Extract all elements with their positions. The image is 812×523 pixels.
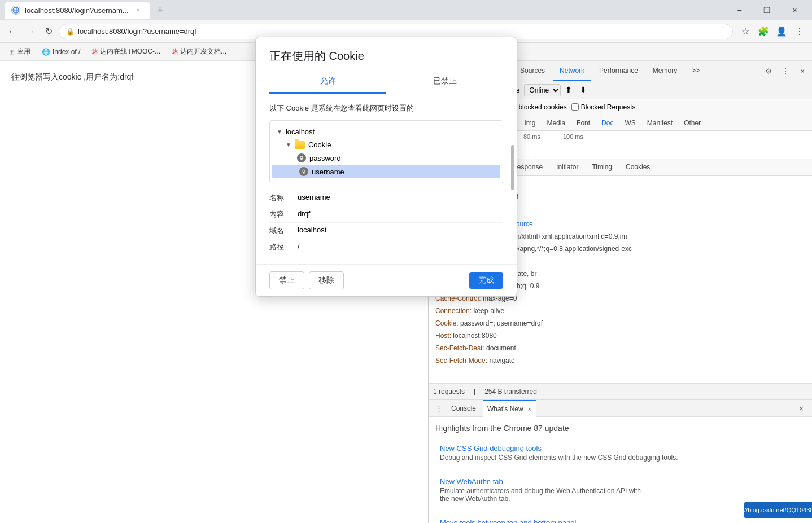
detail-path-row: 路径 / [269,239,503,255]
tree-item-username-label: username [312,168,344,176]
close-window-button[interactable]: × [782,0,807,20]
index-favicon: 🌐 [42,48,50,56]
forward-button[interactable]: → [23,24,38,39]
request-tab-initiator[interactable]: Initiator [549,159,585,176]
devtools-settings-icon[interactable]: ⚙ [761,64,776,78]
transferred-size: 254 B transferred [484,388,537,395]
devtools-tab-performance[interactable]: Performance [592,61,645,81]
css-grid-title[interactable]: New CSS Grid debugging tools [440,444,801,452]
bookmark-index-label: Index of / [53,48,80,56]
devtools-more-icon[interactable]: ⋮ [778,64,793,78]
dialog-scrollbar-track [511,122,514,235]
svg-rect-2 [301,159,303,160]
bookmark-tmooc[interactable]: 达 达内在线TMOOC-... [87,46,165,58]
done-button[interactable]: 完成 [469,272,503,289]
type-img[interactable]: Img [522,118,538,128]
folder-icon [295,141,305,149]
header-sec-fetch-mode: Sec-Fetch-Mode: navigate [429,354,812,367]
docs-favicon: 达 [172,47,178,56]
blocked-requests-checkbox[interactable]: Blocked Requests [571,103,636,111]
bookmark-docs[interactable]: 达 达内开发文档... [167,46,231,58]
cookie-icon-username [299,167,308,176]
star-button[interactable]: ☆ [737,24,753,39]
window-controls: − ❐ × [727,0,807,20]
type-ws[interactable]: WS [622,118,638,128]
nav-actions: ☆ 🧩 👤 ⋮ [737,24,807,39]
menu-button[interactable]: ⋮ [792,24,807,39]
type-doc[interactable]: Doc [599,118,615,128]
bookmark-apps-label: 应用 [17,47,30,56]
tree-host[interactable]: ▼ localhost [270,125,503,138]
remove-button[interactable]: 移除 [309,271,344,289]
cookie-icon-password [297,153,306,162]
tab-title: localhost:8080/login?usernam... [25,6,129,15]
minimize-button[interactable]: − [727,0,752,20]
detail-domain-row: 域名 localhost [269,223,503,239]
detail-path-label: 路径 [269,242,298,252]
devtools-tab-memory[interactable]: Memory [646,61,684,81]
detail-content-value: drqf [298,209,310,219]
close-console-button[interactable]: × [795,402,807,415]
devtools-tab-network[interactable]: Network [553,61,591,81]
import-button[interactable]: ⬆ [565,85,575,95]
bottom-status-bar: 1 requests | 254 B transferred [429,383,812,399]
header-connection: Connection: keep-alive [429,305,812,317]
detail-name-row: 名称 username [269,190,503,206]
console-menu-icon[interactable]: ⋮ [433,403,444,414]
type-font[interactable]: Font [574,118,592,128]
tree-cookie-folder[interactable]: ▼ Cookie [270,138,503,151]
dialog-header: 正在使用的 Cookie 允许 已禁止 [256,37,517,94]
export-button[interactable]: ⬇ [580,85,590,95]
move-tools-title[interactable]: Move tools between top and bottom panel [440,518,801,523]
header-sec-fetch-dest: Sec-Fetch-Dest: document [429,342,812,354]
forbid-button[interactable]: 禁止 [269,271,304,289]
request-tab-timing[interactable]: Timing [585,159,619,176]
throttle-select[interactable]: Online [524,84,561,96]
dialog-title: 正在使用的 Cookie [269,49,503,64]
type-media[interactable]: Media [544,118,567,128]
type-manifest[interactable]: Manifest [645,118,675,128]
dialog-body: 以下 Cookie 是系统在您查看此网页时设置的 ▼ localhost ▼ C… [256,94,517,264]
css-grid-desc: Debug and inspect CSS Grid elements with… [440,454,801,462]
refresh-button[interactable]: ↻ [41,24,56,39]
title-bar: localhost:8080/login?usernam... × + − ❐ … [0,0,812,20]
tree-item-username[interactable]: username [272,165,500,178]
whats-new-tab-label: What's New [487,405,523,413]
request-tab-cookies[interactable]: Cookies [619,159,657,176]
detail-content-row: 内容 drqf [269,206,503,223]
console-tab-console[interactable]: Console [447,400,481,417]
dialog-tab-blocked[interactable]: 已禁止 [386,71,503,94]
watermark-text: https://blog.csdn.net/QQ104305101 [729,507,812,513]
new-tab-button[interactable]: + [152,2,168,18]
bookmark-index[interactable]: 🌐 Index of / [37,47,85,57]
dialog-tabs: 允许 已禁止 [269,71,503,94]
maximize-button[interactable]: ❐ [754,0,780,20]
type-other[interactable]: Other [682,118,703,128]
webauthn-title[interactable]: New WebAuthn tab [440,477,801,486]
whats-new-headline: Highlights from the Chrome 87 update [435,424,805,433]
close-tab-button[interactable]: × [133,5,143,15]
browser-tab[interactable]: localhost:8080/login?usernam... × [5,2,150,19]
dialog-tab-allow[interactable]: 允许 [269,71,386,94]
dialog-footer: 禁止 移除 完成 [256,264,517,296]
bookmark-docs-label: 达内开发文档... [180,47,226,56]
console-tab-whats-new[interactable]: What's New × [483,400,536,417]
cookie-dialog: 正在使用的 Cookie 允许 已禁止 以下 Cookie 是系统在您查看此网页… [255,37,517,297]
close-whats-new-button[interactable]: × [528,406,531,412]
devtools-tab-sources[interactable]: Sources [513,61,552,81]
profile-button[interactable]: 👤 [774,24,789,39]
tree-item-password[interactable]: password [270,151,503,165]
webauthn-desc: Emulate authenticators and debug the Web… [440,487,801,503]
detail-name-label: 名称 [269,193,298,203]
devtools-tab-more[interactable]: >> [685,61,706,81]
bookmark-apps[interactable]: ⊞ 应用 [5,46,35,58]
tree-folder-label: Cookie [308,140,331,149]
detail-content-label: 内容 [269,209,298,219]
extensions-button[interactable]: 🧩 [756,24,771,39]
devtools-close-icon[interactable]: × [795,64,810,78]
blocked-requests-label: Blocked Requests [581,103,636,111]
timeline-100ms: 100 ms [563,133,583,140]
back-button[interactable]: ← [5,24,20,39]
tmooc-favicon: 达 [91,47,98,56]
lock-icon: 🔒 [66,28,75,36]
